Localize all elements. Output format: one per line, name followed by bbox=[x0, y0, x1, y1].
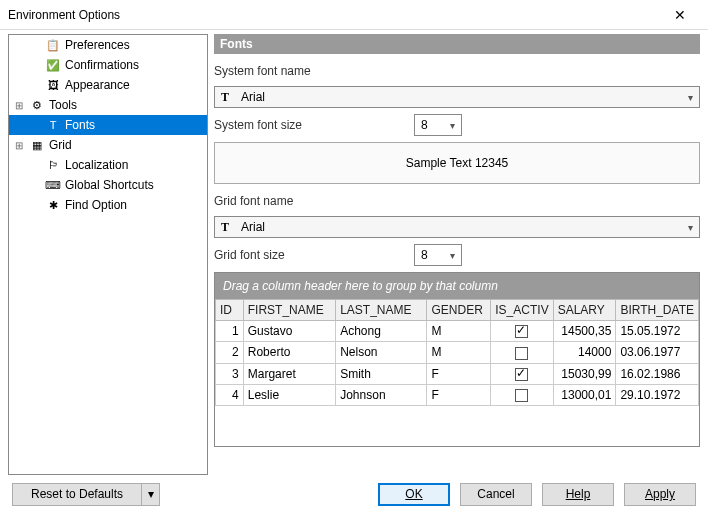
table-row[interactable]: 1GustavoAchongM14500,3515.05.1972 bbox=[216, 321, 699, 342]
cell-first-name: Margaret bbox=[243, 363, 335, 384]
tree-label: Fonts bbox=[65, 118, 95, 132]
grid-table[interactable]: IDFIRST_NAMELAST_NAMEGENDERIS_ACTIVSALAR… bbox=[215, 299, 699, 406]
grid-size-value: 8 bbox=[421, 248, 428, 262]
cell-id: 3 bbox=[216, 363, 244, 384]
reset-button[interactable]: Reset to Defaults bbox=[12, 483, 142, 506]
tree-item-find-option[interactable]: ✱Find Option bbox=[9, 195, 207, 215]
tree-item-grid[interactable]: ⊞▦Grid bbox=[9, 135, 207, 155]
tree-label: Grid bbox=[49, 138, 72, 152]
cell-birth: 03.06.1977 bbox=[616, 342, 699, 363]
help-button[interactable]: Help bbox=[542, 483, 614, 506]
tree-icon: 🖼 bbox=[45, 77, 61, 93]
cell-salary: 15030,99 bbox=[553, 363, 616, 384]
column-header[interactable]: SALARY bbox=[553, 300, 616, 321]
cell-gender: M bbox=[427, 342, 491, 363]
sample-grid: Drag a column header here to group by th… bbox=[214, 272, 700, 447]
tree-label: Global Shortcuts bbox=[65, 178, 154, 192]
grid-font-label: Grid font name bbox=[214, 194, 700, 208]
window-title: Environment Options bbox=[8, 8, 660, 22]
close-icon[interactable]: ✕ bbox=[660, 7, 700, 23]
column-header[interactable]: FIRST_NAME bbox=[243, 300, 335, 321]
grid-font-dropdown[interactable]: T Arial ▾ bbox=[214, 216, 700, 238]
system-size-select[interactable]: 8 ▾ bbox=[414, 114, 462, 136]
system-font-value: Arial bbox=[241, 90, 688, 104]
system-sample: Sample Text 12345 bbox=[214, 142, 700, 184]
chevron-down-icon: ▾ bbox=[688, 92, 693, 103]
ok-button[interactable]: OK bbox=[378, 483, 450, 506]
cell-first-name: Roberto bbox=[243, 342, 335, 363]
cell-gender: F bbox=[427, 384, 491, 405]
cell-salary: 14000 bbox=[553, 342, 616, 363]
tree-label: Confirmations bbox=[65, 58, 139, 72]
tree-item-confirmations[interactable]: ✅Confirmations bbox=[9, 55, 207, 75]
tree-item-appearance[interactable]: 🖼Appearance bbox=[9, 75, 207, 95]
content-panel: Fonts System font name T Arial ▾ System … bbox=[214, 34, 700, 475]
tree-icon: 📋 bbox=[45, 37, 61, 53]
reset-button-group: Reset to Defaults ▾ bbox=[12, 483, 160, 506]
reset-dropdown-button[interactable]: ▾ bbox=[142, 483, 160, 506]
tree-icon: 🏳 bbox=[45, 157, 61, 173]
checkbox-icon[interactable] bbox=[515, 389, 528, 402]
column-header[interactable]: GENDER bbox=[427, 300, 491, 321]
cell-id: 4 bbox=[216, 384, 244, 405]
system-font-dropdown[interactable]: T Arial ▾ bbox=[214, 86, 700, 108]
grid-font-value: Arial bbox=[241, 220, 688, 234]
column-header[interactable]: BIRTH_DATE bbox=[616, 300, 699, 321]
grid-size-select[interactable]: 8 ▾ bbox=[414, 244, 462, 266]
cell-active[interactable] bbox=[491, 384, 553, 405]
cell-last-name: Nelson bbox=[336, 342, 427, 363]
system-size-value: 8 bbox=[421, 118, 428, 132]
cell-first-name: Leslie bbox=[243, 384, 335, 405]
checkbox-icon[interactable] bbox=[515, 325, 528, 338]
tree-icon: ⚙ bbox=[29, 97, 45, 113]
tree-label: Preferences bbox=[65, 38, 130, 52]
nav-tree[interactable]: 📋Preferences✅Confirmations🖼Appearance⊞⚙T… bbox=[8, 34, 208, 475]
cell-active[interactable] bbox=[491, 363, 553, 384]
tree-item-global-shortcuts[interactable]: ⌨Global Shortcuts bbox=[9, 175, 207, 195]
grid-group-hint[interactable]: Drag a column header here to group by th… bbox=[215, 273, 699, 299]
cell-last-name: Achong bbox=[336, 321, 427, 342]
cell-gender: M bbox=[427, 321, 491, 342]
column-header[interactable]: IS_ACTIV bbox=[491, 300, 553, 321]
checkbox-icon[interactable] bbox=[515, 347, 528, 360]
tree-item-preferences[interactable]: 📋Preferences bbox=[9, 35, 207, 55]
tree-item-fonts[interactable]: TFonts bbox=[9, 115, 207, 135]
cell-birth: 29.10.1972 bbox=[616, 384, 699, 405]
grid-empty bbox=[215, 406, 699, 446]
tree-item-tools[interactable]: ⊞⚙Tools bbox=[9, 95, 207, 115]
cell-id: 1 bbox=[216, 321, 244, 342]
tree-icon: ✱ bbox=[45, 197, 61, 213]
apply-button[interactable]: Apply bbox=[624, 483, 696, 506]
checkbox-icon[interactable] bbox=[515, 368, 528, 381]
cancel-button[interactable]: Cancel bbox=[460, 483, 532, 506]
footer: Reset to Defaults ▾ OK Cancel Help Apply bbox=[0, 475, 708, 513]
chevron-down-icon: ▾ bbox=[688, 222, 693, 233]
panel-title: Fonts bbox=[214, 34, 700, 54]
tree-label: Tools bbox=[49, 98, 77, 112]
tree-label: Localization bbox=[65, 158, 128, 172]
chevron-down-icon: ▾ bbox=[450, 250, 455, 261]
cell-birth: 16.02.1986 bbox=[616, 363, 699, 384]
tree-item-localization[interactable]: 🏳Localization bbox=[9, 155, 207, 175]
font-icon: T bbox=[221, 220, 237, 235]
table-row[interactable]: 2RobertoNelsonM1400003.06.1977 bbox=[216, 342, 699, 363]
chevron-down-icon: ▾ bbox=[450, 120, 455, 131]
main-area: 📋Preferences✅Confirmations🖼Appearance⊞⚙T… bbox=[0, 30, 708, 475]
system-size-label: System font size bbox=[214, 118, 404, 132]
column-header[interactable]: ID bbox=[216, 300, 244, 321]
title-bar: Environment Options ✕ bbox=[0, 0, 708, 30]
tree-icon: ✅ bbox=[45, 57, 61, 73]
expand-icon[interactable]: ⊞ bbox=[13, 100, 25, 111]
cell-active[interactable] bbox=[491, 342, 553, 363]
cell-salary: 13000,01 bbox=[553, 384, 616, 405]
table-row[interactable]: 3MargaretSmithF15030,9916.02.1986 bbox=[216, 363, 699, 384]
tree-icon: ⌨ bbox=[45, 177, 61, 193]
cell-last-name: Smith bbox=[336, 363, 427, 384]
tree-icon: T bbox=[45, 117, 61, 133]
expand-icon[interactable]: ⊞ bbox=[13, 140, 25, 151]
grid-size-label: Grid font size bbox=[214, 248, 404, 262]
cell-active[interactable] bbox=[491, 321, 553, 342]
column-header[interactable]: LAST_NAME bbox=[336, 300, 427, 321]
table-row[interactable]: 4LeslieJohnsonF13000,0129.10.1972 bbox=[216, 384, 699, 405]
font-icon: T bbox=[221, 90, 237, 105]
